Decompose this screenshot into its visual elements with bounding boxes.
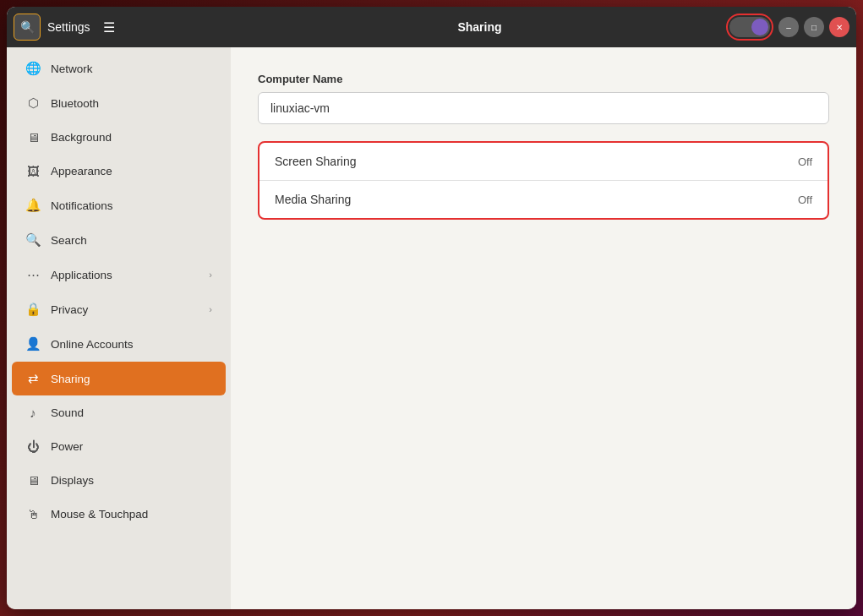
sidebar-item-bluetooth[interactable]: ⬡ Bluetooth xyxy=(12,86,226,120)
displays-icon: 🖥 xyxy=(25,473,41,488)
sidebar-item-online-accounts[interactable]: 👤 Online Accounts xyxy=(12,327,226,361)
bluetooth-icon: ⬡ xyxy=(25,95,41,111)
sharing-toggle-container xyxy=(726,14,773,41)
sidebar-item-applications[interactable]: ⋯ Applications › xyxy=(12,258,226,292)
privacy-icon: 🔒 xyxy=(25,302,41,317)
titlebar-center: Sharing xyxy=(233,20,726,34)
app-title: Settings xyxy=(47,20,90,34)
sidebar-item-notifications[interactable]: 🔔 Notifications xyxy=(12,188,226,222)
content-area: 🌐 Network ⬡ Bluetooth 🖥 Background 🖼 App… xyxy=(7,47,856,609)
sharing-toggle[interactable] xyxy=(729,17,770,37)
main-content: Computer Name Screen Sharing Off Media S… xyxy=(231,47,856,609)
sidebar-label-online-accounts: Online Accounts xyxy=(51,338,212,351)
sidebar-item-privacy[interactable]: 🔒 Privacy › xyxy=(12,292,226,326)
notifications-icon: 🔔 xyxy=(25,198,41,213)
search-icon: 🔍 xyxy=(25,232,41,248)
titlebar: 🔍 Settings ☰ Sharing – □ ✕ xyxy=(7,7,856,47)
sidebar-item-displays[interactable]: 🖥 Displays xyxy=(12,464,226,497)
sidebar-item-search[interactable]: 🔍 Search xyxy=(12,223,226,257)
sharing-list: Screen Sharing Off Media Sharing Off xyxy=(258,141,829,220)
sidebar-label-mouse-touchpad: Mouse & Touchpad xyxy=(51,508,212,521)
sidebar-item-power[interactable]: ⏻ Power xyxy=(12,430,226,463)
sidebar: 🌐 Network ⬡ Bluetooth 🖥 Background 🖼 App… xyxy=(7,47,231,609)
sharing-row-1[interactable]: Media Sharing Off xyxy=(259,181,827,218)
sidebar-item-network[interactable]: 🌐 Network xyxy=(12,52,226,85)
sidebar-item-appearance[interactable]: 🖼 Appearance xyxy=(12,155,226,188)
sound-icon: ♪ xyxy=(25,406,41,420)
sharing-row-label-1: Media Sharing xyxy=(275,193,351,206)
online-accounts-icon: 👤 xyxy=(25,336,41,352)
sidebar-label-privacy: Privacy xyxy=(51,303,199,316)
search-button[interactable]: 🔍 xyxy=(14,14,41,41)
sidebar-label-bluetooth: Bluetooth xyxy=(51,97,212,110)
sidebar-label-search: Search xyxy=(51,234,212,247)
appearance-icon: 🖼 xyxy=(25,164,41,178)
sidebar-label-displays: Displays xyxy=(51,474,212,487)
sharing-row-0[interactable]: Screen Sharing Off xyxy=(259,143,827,181)
background-icon: 🖥 xyxy=(25,130,41,144)
maximize-button[interactable]: □ xyxy=(804,17,824,37)
sidebar-label-appearance: Appearance xyxy=(51,165,212,177)
sidebar-item-sound[interactable]: ♪ Sound xyxy=(12,396,226,429)
sidebar-label-background: Background xyxy=(51,131,212,144)
sidebar-label-applications: Applications xyxy=(51,269,199,281)
computer-name-label: Computer Name xyxy=(258,73,829,85)
network-icon: 🌐 xyxy=(25,61,41,76)
minimize-button[interactable]: – xyxy=(778,17,799,37)
close-button[interactable]: ✕ xyxy=(829,17,849,37)
sidebar-label-power: Power xyxy=(51,440,212,453)
titlebar-right: – □ ✕ xyxy=(726,14,849,41)
search-icon: 🔍 xyxy=(20,20,35,34)
page-title: Sharing xyxy=(457,20,501,34)
menu-button[interactable]: ☰ xyxy=(97,15,121,39)
sidebar-label-notifications: Notifications xyxy=(51,199,212,212)
power-icon: ⏻ xyxy=(25,439,41,454)
sidebar-label-sound: Sound xyxy=(51,406,212,419)
computer-name-input[interactable] xyxy=(258,92,829,124)
sharing-row-label-0: Screen Sharing xyxy=(275,155,357,168)
sharing-row-status-0: Off xyxy=(798,155,812,168)
sidebar-label-network: Network xyxy=(51,63,212,75)
sharing-row-status-1: Off xyxy=(798,194,812,206)
sidebar-item-mouse-touchpad[interactable]: 🖱 Mouse & Touchpad xyxy=(12,498,226,531)
sidebar-label-sharing: Sharing xyxy=(51,373,212,385)
arrow-icon-privacy: › xyxy=(209,304,212,314)
sidebar-item-sharing[interactable]: ⇄ Sharing xyxy=(12,362,226,395)
sidebar-item-background[interactable]: 🖥 Background xyxy=(12,121,226,154)
applications-icon: ⋯ xyxy=(25,267,41,282)
settings-window: 🔍 Settings ☰ Sharing – □ ✕ 🌐 Network xyxy=(7,7,856,609)
titlebar-left: 🔍 Settings ☰ xyxy=(14,14,233,41)
toggle-knob xyxy=(751,19,768,35)
sharing-icon: ⇄ xyxy=(25,371,41,386)
arrow-icon-applications: › xyxy=(209,270,212,280)
mouse-touchpad-icon: 🖱 xyxy=(25,507,41,521)
